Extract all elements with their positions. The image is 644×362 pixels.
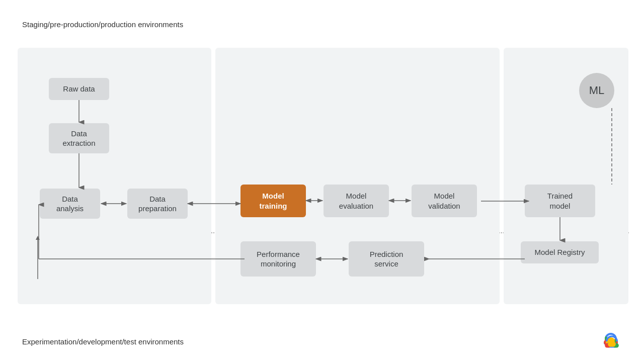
panel-middle: Model training Model evaluation Model va… [215, 48, 500, 304]
experimentation-label: Experimentation/development/test environ… [22, 337, 184, 346]
performance-monitoring-box: Performance monitoring [240, 241, 316, 277]
prediction-service-box: Prediction service [349, 241, 424, 277]
panel-right: ML Trained model Model Registry [504, 48, 628, 304]
staging-label: Staging/pre-production/production enviro… [22, 20, 183, 29]
trained-model-box: Trained model [525, 185, 595, 217]
diagram: Raw data Data extraction Data analysis D… [18, 48, 629, 304]
left-panel-arrows [18, 48, 211, 304]
svg-rect-44 [608, 341, 616, 346]
panel-left: Raw data Data extraction Data analysis D… [18, 48, 211, 304]
model-registry-box: Model Registry [521, 241, 599, 263]
model-validation-box: Model validation [412, 185, 477, 217]
google-cloud-logo-2 [599, 332, 625, 353]
data-analysis-box: Data analysis [40, 189, 100, 219]
raw-data-box: Raw data [49, 78, 109, 100]
feedback-arrow [18, 214, 211, 314]
svg-marker-12 [36, 236, 40, 240]
ml-circle: ML [579, 73, 614, 108]
model-training-box: Model training [240, 185, 306, 217]
model-evaluation-box: Model evaluation [324, 185, 389, 217]
data-extraction-box: Data extraction [49, 123, 109, 153]
data-preparation-box: Data preparation [127, 189, 188, 219]
